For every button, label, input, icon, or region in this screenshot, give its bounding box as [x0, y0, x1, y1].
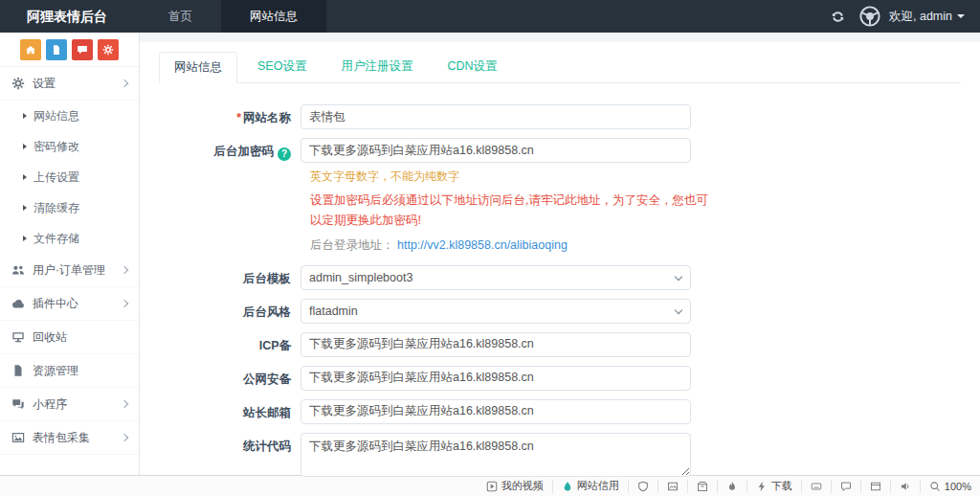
caret-icon	[23, 174, 27, 180]
speed-mode-button[interactable]	[717, 480, 746, 493]
sidebar-item-password-change[interactable]: 密码修改	[0, 131, 139, 162]
file-icon	[11, 364, 25, 377]
field-label-public-security: 公网安备	[159, 366, 301, 388]
zoom-control[interactable]: 100%	[920, 480, 980, 493]
login-address-link[interactable]: http://vv2.kl89858.cn/alibiaoqing	[397, 238, 568, 252]
sidebar-item-label: 资源管理	[33, 363, 78, 379]
sidebar-item-settings[interactable]: 设置	[0, 67, 139, 101]
content-tabs: 网站信息 SEO设置 用户注册设置 CDN设置	[159, 52, 961, 83]
sidebar-item-label: 清除缓存	[33, 200, 79, 216]
home-icon[interactable]	[20, 39, 41, 60]
keyboard-button[interactable]	[801, 480, 831, 493]
topnav-site-info[interactable]: 网站信息	[221, 0, 326, 33]
stats-code-textarea[interactable]: 下载更多源码到白菜应用站a16.kl89858.cn	[301, 433, 691, 477]
sidebar-item-label: 上传设置	[33, 169, 79, 186]
shield-icon	[637, 481, 649, 492]
gear-icon	[11, 77, 25, 90]
tab-seo-settings[interactable]: SEO设置	[243, 52, 321, 82]
magnifier-icon	[929, 481, 941, 492]
my-video-label: 我的视频	[501, 479, 544, 493]
avatar-icon	[858, 5, 881, 28]
mute-button[interactable]	[890, 480, 920, 493]
password-helper-text: 英文字母数字，不能为纯数字	[310, 169, 961, 185]
picture-icon	[667, 481, 679, 492]
caret-icon	[23, 113, 27, 119]
flame-icon	[726, 481, 738, 492]
sidebar-item-clear-cache[interactable]: 清除缓存	[0, 192, 139, 223]
site-credit-button[interactable]: 网站信用	[552, 480, 628, 493]
speaker-icon	[900, 481, 911, 492]
sidebar-item-label: 表情包采集	[33, 430, 90, 446]
sidebar-item-upload-settings[interactable]: 上传设置	[0, 162, 139, 192]
sidebar-item-recycle-bin[interactable]: 回收站	[0, 321, 139, 354]
sidebar-item-emoji-collect[interactable]: 表情包采集	[0, 421, 139, 455]
sidebar-item-user-order-mgmt[interactable]: 用户·订单管理	[0, 254, 139, 287]
sidebar-item-resource-mgmt[interactable]: 资源管理	[0, 354, 139, 388]
chevron-down-icon	[957, 14, 965, 18]
file-icon[interactable]	[46, 39, 67, 60]
site-name-input[interactable]	[301, 104, 691, 129]
app-title: 阿狸表情后台	[0, 0, 140, 33]
admin-template-select[interactable]: admin_simpleboot3	[301, 265, 691, 290]
tab-user-register-settings[interactable]: 用户注册设置	[326, 52, 427, 82]
caret-icon	[23, 236, 27, 241]
refresh-icon[interactable]	[831, 10, 845, 24]
sidebar-item-label: 小程序	[33, 396, 67, 413]
image-icon	[11, 431, 25, 444]
public-security-input[interactable]	[301, 366, 691, 391]
sidebar-item-site-info[interactable]: 网站信息	[0, 101, 139, 131]
field-label-stats-code: 统计代码	[159, 433, 301, 455]
screenshot-button[interactable]	[657, 480, 687, 493]
field-label-site-name: 网站名称	[159, 104, 301, 126]
chat-icon	[840, 481, 852, 492]
caret-icon	[23, 144, 27, 149]
sidebar-item-plugin-center[interactable]: 插件中心	[0, 287, 139, 321]
login-address-label: 后台登录地址：	[310, 238, 394, 252]
chevron-right-icon	[121, 266, 128, 274]
chevron-right-icon	[121, 434, 128, 441]
sidebar-item-label: 密码修改	[33, 139, 79, 155]
tab-cdn-settings[interactable]: CDN设置	[433, 52, 511, 82]
sidebar-shortcuts	[0, 33, 139, 67]
webmaster-email-input[interactable]	[301, 399, 691, 424]
top-bar: 阿狸表情后台 首页 网站信息 欢迎, admin	[0, 0, 980, 33]
field-label-admin-template: 后台模板	[159, 265, 301, 287]
desktop-icon	[11, 330, 25, 344]
keyboard-icon	[811, 481, 822, 492]
sidebar-item-label: 回收站	[33, 329, 67, 346]
field-label-admin-style: 后台风格	[159, 299, 301, 321]
collect-button[interactable]	[687, 480, 717, 493]
gear-icon[interactable]	[98, 39, 119, 60]
sidebar-item-label: 文件存储	[33, 231, 79, 247]
admin-password-input[interactable]	[301, 138, 691, 163]
topnav-home[interactable]: 首页	[140, 0, 221, 33]
sidebar-item-label: 设置	[33, 76, 56, 92]
main-content: 网站信息 SEO设置 用户注册设置 CDN设置 网站名称 后台加密码 英文字母数…	[140, 33, 980, 475]
comment-icon[interactable]	[72, 39, 93, 60]
tab-site-info[interactable]: 网站信息	[159, 52, 237, 83]
login-address-line: 后台登录地址： http://vv2.kl89858.cn/alibiaoqin…	[310, 237, 961, 254]
sidebar-item-file-storage[interactable]: 文件存储	[0, 223, 139, 254]
help-icon[interactable]	[278, 147, 291, 161]
users-icon	[11, 263, 25, 277]
site-credit-label: 网站信用	[577, 479, 619, 493]
window-button[interactable]	[860, 480, 890, 493]
feedback-button[interactable]	[831, 480, 860, 493]
caret-icon	[23, 205, 27, 211]
cloud-icon	[11, 297, 25, 310]
play-icon	[486, 481, 498, 492]
sidebar-item-label: 网站信息	[33, 108, 79, 124]
chevron-right-icon	[121, 400, 128, 408]
security-button[interactable]	[628, 480, 657, 493]
icp-input[interactable]	[301, 332, 691, 357]
download-button[interactable]: 下载	[746, 480, 801, 493]
zoom-level-label: 100%	[945, 481, 971, 492]
lightning-icon	[756, 481, 768, 492]
site-info-form: 网站名称 后台加密码 英文字母数字，不能为纯数字 设置加密码后必须通过以下地址访…	[159, 104, 961, 496]
download-label: 下载	[771, 479, 792, 493]
my-video-button[interactable]: 我的视频	[478, 480, 552, 493]
user-menu[interactable]: 欢迎, admin	[858, 5, 965, 28]
sidebar-item-mini-program[interactable]: 小程序	[0, 388, 139, 421]
admin-style-select[interactable]: flatadmin	[301, 299, 691, 324]
sidebar-item-label: 用户·订单管理	[33, 262, 105, 279]
